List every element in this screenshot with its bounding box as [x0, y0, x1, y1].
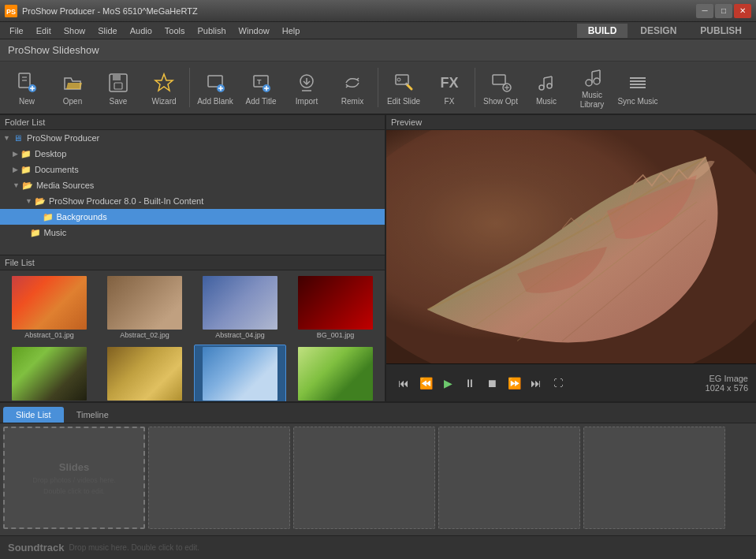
preview-controls: ⏮ ⏪ ▶ ⏸ ⏹ ⏩ ⏭ ⛶ EG Image 1024 x 576 — [386, 363, 756, 401]
slide-slot-4[interactable] — [583, 427, 725, 529]
tree-item-builtin[interactable]: ▼ 📂 ProShow Producer 8.0 - Built-In Cont… — [0, 193, 385, 209]
import-label: Import — [296, 97, 318, 106]
toolbar-new-button[interactable]: New — [5, 64, 49, 111]
file-list-header: File List — [0, 255, 385, 270]
svg-line-36 — [544, 76, 552, 78]
rewind-button[interactable]: ⏮ — [394, 374, 413, 393]
file-thumb-abstract01[interactable]: Abstract_01.jpg — [3, 274, 95, 341]
thumb-img-abstract01 — [12, 276, 87, 330]
toolbar-import-button[interactable]: Import — [285, 64, 329, 111]
menu-window[interactable]: Window — [233, 24, 276, 37]
pause-button[interactable]: ⏸ — [460, 374, 479, 393]
maximize-button[interactable]: □ — [715, 4, 732, 18]
file-thumb-bg001[interactable]: BG_001.jpg — [289, 274, 382, 341]
tree-item-proshow[interactable]: ▼ 🖥 ProShow Producer — [0, 130, 385, 146]
menu-edit[interactable]: Edit — [30, 24, 58, 37]
slide-list-tab[interactable]: Slide List — [3, 407, 64, 423]
view-tab-publish[interactable]: PUBLISH — [689, 24, 753, 38]
editslide-label: Edit Slide — [387, 97, 420, 106]
remix-label: Remix — [341, 97, 363, 106]
tree-item-music[interactable]: 📁 Music — [0, 225, 385, 240]
slide-tabs: Slide List Timeline — [0, 403, 756, 423]
menu-file[interactable]: File — [3, 24, 30, 37]
app-header: ProShow Slideshow — [0, 39, 756, 61]
thumb-img-floral — [12, 347, 87, 401]
toolbar-save-button[interactable]: Save — [96, 64, 140, 111]
soundtrack-hint: Drop music here. Double click to edit. — [69, 543, 200, 552]
file-thumb-seasons04[interactable]: Seasons_04.jpg — [194, 345, 286, 401]
close-button[interactable]: ✕ — [734, 4, 751, 18]
toolbar-music-button[interactable]: Music — [524, 64, 568, 111]
file-thumb-abstract04[interactable]: Abstract_04.jpg — [194, 274, 286, 341]
expand-arrow-builtin: ▼ — [25, 197, 32, 205]
slide-slot-3[interactable] — [438, 427, 580, 529]
svg-line-39 — [592, 70, 600, 72]
view-tab-build[interactable]: BUILD — [577, 24, 628, 38]
menu-tools[interactable]: Tools — [158, 24, 192, 37]
svg-marker-11 — [155, 74, 173, 91]
remix-icon — [340, 70, 365, 95]
toolbar-showopt-button[interactable]: Show Opt — [479, 64, 523, 111]
addblank-label: Add Blank — [197, 97, 233, 106]
toolbar-addblank-button[interactable]: Add Blank — [193, 64, 237, 111]
toolbar-remix-button[interactable]: Remix — [330, 64, 374, 111]
open-icon — [60, 70, 85, 95]
slide-slot-0[interactable]: Slides Drop photos / videos here. Double… — [3, 427, 145, 529]
tree-item-desktop[interactable]: ▶ 📁 Desktop — [0, 146, 385, 162]
minimize-button[interactable]: ─ — [696, 4, 713, 18]
thumb-img-holidays — [107, 347, 182, 401]
preview-info-line1: EG Image — [706, 374, 748, 383]
slide-slot-1[interactable] — [148, 427, 290, 529]
addblank-icon — [203, 70, 228, 95]
menu-help[interactable]: Help — [276, 24, 307, 37]
view-tab-design[interactable]: DESIGN — [629, 24, 687, 38]
menu-audio[interactable]: Audio — [124, 24, 158, 37]
slide-slot-2[interactable] — [293, 427, 435, 529]
end-button[interactable]: ⏭ — [527, 374, 546, 393]
toolbar-addtitle-button[interactable]: T Add Title — [239, 64, 283, 111]
showopt-icon — [488, 70, 513, 95]
toolbar-sep-2 — [378, 68, 378, 107]
toolbar-wizard-button[interactable]: Wizard — [142, 64, 186, 111]
preview-info-line2: 1024 x 576 — [706, 383, 748, 393]
menu-slide[interactable]: Slide — [91, 24, 123, 37]
file-thumb-abstract02[interactable]: Abstract_02.jpg — [99, 274, 191, 341]
tree-item-documents[interactable]: ▶ 📁 Documents — [0, 162, 385, 177]
stop-button[interactable]: ⏹ — [482, 374, 501, 393]
menu-publish[interactable]: Publish — [192, 24, 233, 37]
fullscreen-button[interactable]: ⛶ — [549, 374, 568, 393]
prev-button[interactable]: ⏪ — [416, 374, 435, 393]
file-thumb-holidays06[interactable]: Holidays_06.jpg — [99, 345, 191, 401]
wizard-label: Wizard — [151, 97, 176, 106]
preview-header: Preview — [386, 115, 756, 130]
title-bar: PS ProShow Producer - MoS 6510^MeGaHeRTZ… — [0, 0, 756, 22]
menu-show[interactable]: Show — [58, 24, 92, 37]
file-thumb-seasons06[interactable]: Seasons_06.jpg — [289, 345, 382, 401]
svg-point-33 — [547, 84, 552, 88]
new-icon — [14, 70, 39, 95]
toolbar-syncmusic-button[interactable]: Sync Music — [616, 64, 660, 111]
svg-point-41 — [594, 78, 600, 84]
tree-item-media[interactable]: ▼ 📂 Media Sources — [0, 177, 385, 193]
toolbar-fx-button[interactable]: FX FX — [427, 64, 471, 111]
tree-item-backgrounds[interactable]: 📁 Backgrounds — [0, 209, 385, 225]
file-name-bg001: BG_001.jpg — [317, 331, 355, 339]
file-thumb-floral01[interactable]: Floral_01.jpg — [3, 345, 95, 401]
file-name-abstract01: Abstract_01.jpg — [24, 331, 74, 339]
toolbar-editslide-button[interactable]: Edit Slide — [382, 64, 426, 111]
toolbar-open-button[interactable]: Open — [50, 64, 95, 111]
play-button[interactable]: ▶ — [438, 374, 457, 393]
expand-arrow-documents: ▶ — [13, 166, 18, 173]
svg-point-32 — [539, 85, 544, 90]
preview-area — [386, 130, 756, 363]
next-button[interactable]: ⏩ — [505, 374, 523, 393]
left-panel: Folder List ▼ 🖥 ProShow Producer ▶ 📁 Des… — [0, 115, 386, 401]
timeline-tab[interactable]: Timeline — [64, 407, 121, 423]
syncmusic-label: Sync Music — [617, 97, 657, 106]
soundtrack-label: Soundtrack — [8, 542, 65, 553]
window-title: ProShow Producer - MoS 6510^MeGaHeRTZ — [22, 6, 696, 16]
svg-rect-10 — [114, 83, 122, 89]
save-icon — [106, 70, 131, 95]
soundtrack-bar: Soundtrack Drop music here. Double click… — [0, 535, 756, 559]
toolbar-musiclibrary-button[interactable]: Music Library — [570, 64, 614, 111]
